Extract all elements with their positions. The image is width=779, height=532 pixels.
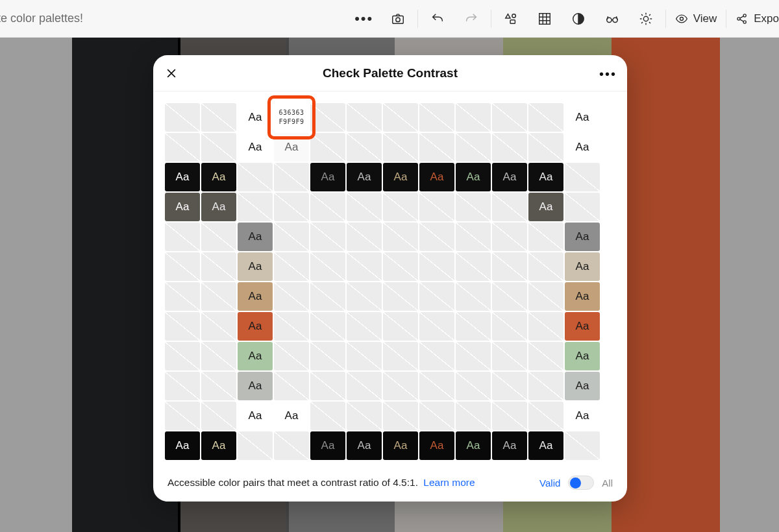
contrast-cell[interactable]: Aa — [238, 223, 273, 251]
palette-stripe[interactable] — [0, 38, 72, 532]
contrast-cell-empty[interactable] — [383, 103, 418, 132]
contrast-cell-empty[interactable] — [492, 223, 527, 251]
contrast-cell[interactable]: Aa — [238, 312, 273, 341]
modal-menu-button[interactable]: ••• — [599, 67, 617, 82]
contrast-cell-empty[interactable] — [419, 133, 454, 162]
contrast-cell-empty[interactable] — [347, 193, 382, 221]
valid-all-switch[interactable] — [568, 476, 594, 490]
contrast-cell[interactable]: Aa — [419, 431, 454, 460]
contrast-cell-empty[interactable] — [383, 312, 418, 341]
contrast-cell-empty[interactable] — [456, 133, 491, 162]
contrast-cell-empty[interactable] — [238, 431, 273, 460]
contrast-cell-empty[interactable] — [383, 193, 418, 221]
contrast-cell[interactable]: Aa — [419, 163, 454, 191]
shapes-button[interactable] — [494, 0, 528, 38]
contrast-cell-empty[interactable] — [492, 103, 527, 132]
contrast-cell[interactable]: Aa — [201, 193, 236, 221]
contrast-cell-empty[interactable] — [165, 252, 200, 281]
all-label[interactable]: All — [602, 478, 613, 489]
valid-label[interactable]: Valid — [539, 478, 560, 489]
contrast-cell-empty[interactable] — [238, 193, 273, 221]
contrast-cell[interactable]: Aa — [565, 103, 600, 132]
grid-button[interactable] — [528, 0, 562, 38]
contrast-cell-empty[interactable] — [492, 133, 527, 162]
close-button[interactable] — [162, 64, 180, 82]
contrast-cell[interactable]: Aa — [238, 402, 273, 430]
contrast-cell-empty[interactable] — [456, 312, 491, 341]
contrast-cell-empty[interactable] — [310, 282, 345, 311]
contrast-cell-empty[interactable] — [347, 342, 382, 370]
view-button[interactable]: View — [669, 0, 724, 38]
contrast-cell[interactable]: Aa — [201, 431, 236, 460]
contrast-cell[interactable]: Aa — [565, 372, 600, 400]
contrast-cell-empty[interactable] — [274, 223, 309, 251]
contrast-cell[interactable]: Aa — [238, 282, 273, 311]
contrast-cell-empty[interactable] — [274, 372, 309, 400]
contrast-cell-empty[interactable] — [456, 223, 491, 251]
glasses-button[interactable] — [595, 0, 629, 38]
contrast-cell-empty[interactable] — [565, 193, 600, 221]
contrast-cell-empty[interactable] — [310, 223, 345, 251]
contrast-cell-empty[interactable] — [383, 342, 418, 370]
contrast-cell-empty[interactable] — [419, 312, 454, 341]
contrast-cell[interactable]: Aa — [238, 342, 273, 370]
contrast-cell-empty[interactable] — [528, 312, 563, 341]
contrast-cell-empty[interactable] — [456, 342, 491, 370]
contrast-cell[interactable]: Aa — [565, 282, 600, 311]
contrast-cell-empty[interactable] — [419, 402, 454, 430]
contrast-cell-empty[interactable] — [201, 223, 236, 251]
contrast-cell-empty[interactable] — [456, 252, 491, 281]
contrast-cell-empty[interactable] — [165, 342, 200, 370]
contrast-cell-empty[interactable] — [419, 193, 454, 221]
contrast-cell[interactable]: Aa — [274, 133, 309, 162]
contrast-cell-empty[interactable] — [165, 103, 200, 132]
contrast-cell-empty[interactable] — [347, 312, 382, 341]
contrast-cell[interactable]: Aa — [528, 431, 563, 460]
contrast-cell-empty[interactable] — [383, 223, 418, 251]
contrast-cell[interactable]: Aa — [565, 133, 600, 162]
contrast-cell-empty[interactable] — [528, 282, 563, 311]
contrast-cell-empty[interactable] — [528, 103, 563, 132]
contrast-cell-empty[interactable] — [274, 431, 309, 460]
learn-more-link[interactable]: Learn more — [423, 477, 475, 488]
undo-button[interactable] — [421, 0, 454, 38]
contrast-cell-empty[interactable] — [165, 282, 200, 311]
contrast-cell-empty[interactable] — [528, 133, 563, 162]
contrast-cell-empty[interactable] — [310, 193, 345, 221]
brightness-button[interactable] — [629, 0, 663, 38]
contrast-cell-empty[interactable] — [492, 252, 527, 281]
contrast-cell-empty[interactable] — [310, 402, 345, 430]
contrast-cell[interactable]: Aa — [274, 402, 309, 430]
contrast-cell[interactable]: Aa — [456, 431, 491, 460]
contrast-cell-empty[interactable] — [492, 372, 527, 400]
contrast-cell-empty[interactable] — [565, 431, 600, 460]
contrast-cell-empty[interactable] — [492, 342, 527, 370]
contrast-cell-empty[interactable] — [274, 282, 309, 311]
more-button[interactable]: ••• — [347, 0, 381, 38]
contrast-cell[interactable]: Aa — [238, 133, 273, 162]
contrast-cell-empty[interactable] — [310, 342, 345, 370]
contrast-cell-empty[interactable] — [456, 372, 491, 400]
contrast-cell-empty[interactable] — [347, 372, 382, 400]
contrast-cell[interactable]: Aa — [238, 103, 273, 132]
palette-stripe[interactable] — [612, 38, 720, 532]
contrast-cell[interactable]: Aa — [565, 402, 600, 430]
contrast-cell[interactable]: Aa — [165, 193, 200, 221]
contrast-cell-empty[interactable] — [201, 402, 236, 430]
contrast-cell[interactable]: Aa — [565, 223, 600, 251]
contrast-cell-empty[interactable] — [165, 133, 200, 162]
contrast-cell-empty[interactable] — [310, 312, 345, 341]
export-button[interactable]: Expo — [729, 0, 779, 38]
contrast-cell-empty[interactable] — [492, 193, 527, 221]
contrast-cell-empty[interactable] — [201, 103, 236, 132]
contrast-cell-empty[interactable] — [165, 372, 200, 400]
contrast-cell[interactable]: Aa — [238, 252, 273, 281]
contrast-cell[interactable]: Aa — [347, 163, 382, 191]
contrast-cell[interactable]: Aa — [528, 193, 563, 221]
contrast-cell-empty[interactable] — [347, 252, 382, 281]
contrast-cell-empty[interactable] — [347, 402, 382, 430]
contrast-cell-empty[interactable] — [347, 223, 382, 251]
contrast-cell-empty[interactable] — [165, 312, 200, 341]
contrast-button[interactable] — [562, 0, 595, 38]
contrast-cell[interactable]: Aa — [492, 431, 527, 460]
